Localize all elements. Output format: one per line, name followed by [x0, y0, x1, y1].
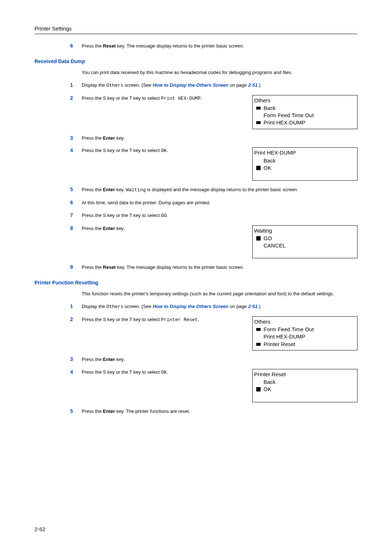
key-name: Enter — [103, 226, 115, 231]
step-number: 9 — [34, 264, 82, 270]
key-name: Enter — [103, 187, 115, 192]
lcd-title: Waiting — [254, 227, 356, 234]
text: key. The message display returns to the … — [116, 43, 244, 49]
text: key. The message display returns to the … — [116, 264, 244, 270]
step-text: Press the S key or the T key to select G… — [82, 212, 358, 219]
status-text: Waiting — [126, 187, 146, 193]
page-reference-link[interactable]: 2-51 — [248, 304, 258, 309]
lcd-item: OK — [264, 164, 271, 172]
section-intro: . This function resets the printer's tem… — [34, 291, 358, 297]
menu-option: GO — [161, 213, 167, 218]
lcd-title: Others — [254, 318, 356, 325]
screen-name: Others — [106, 304, 123, 309]
step-number: 1 — [34, 303, 82, 309]
intro-text: You can print data received by this mach… — [82, 69, 358, 76]
step-text: Press the S key or the T key to select P… — [82, 316, 244, 324]
step-text: Press the Enter key. — [82, 225, 244, 232]
text: Press the S key or the T key to select — [82, 95, 161, 101]
selection-marker-icon — [256, 121, 261, 124]
step-row: 6 Press the Reset key. The message displ… — [34, 43, 358, 50]
key-name: Enter — [103, 135, 115, 141]
step-text: Press the Reset key. The message display… — [82, 43, 358, 50]
lcd-display-print-hexdump: Print HEX-DUMP Back OK — [252, 147, 358, 181]
page-header-title: Printer Settings — [34, 25, 358, 32]
menu-option: OK — [161, 148, 167, 153]
selection-marker-icon — [256, 387, 261, 391]
text: Press the S key or the T key to select — [82, 369, 161, 375]
step-text: Press the Enter key. — [82, 356, 358, 363]
step-row: 6 At this time, send data to the printer… — [34, 200, 358, 206]
text: . — [167, 213, 168, 218]
menu-option: Print HEX-DUMP — [161, 96, 200, 101]
step-row: 1 Display the Others screen. (See How to… — [34, 82, 358, 89]
step-row: 5 Press the Enter key. The printer funct… — [34, 408, 358, 415]
key-name: Reset — [103, 264, 116, 270]
text: key. The printer functions are reset. — [115, 409, 190, 414]
selection-marker-icon — [256, 328, 261, 331]
lcd-item: Back — [264, 104, 275, 112]
lcd-display-waiting: Waiting GO CANCEL — [252, 225, 358, 259]
selection-marker-icon — [256, 236, 261, 241]
step-number: 5 — [34, 186, 82, 192]
text: Display the — [82, 82, 106, 88]
intro-text: This function resets the printer's tempo… — [82, 291, 358, 297]
section-intro: . You can print data received by this ma… — [34, 69, 358, 76]
text: on page — [228, 304, 248, 309]
lcd-item: Printer Reset — [264, 341, 295, 348]
step-text: Press the S key or the T key to select P… — [82, 95, 244, 102]
page-reference-link[interactable]: 2-51 — [248, 82, 258, 88]
text: key. — [115, 187, 126, 192]
step-row: 4 Press the S key or the T key to select… — [34, 147, 358, 181]
menu-option: Printer Reset — [161, 317, 197, 323]
step-number: 8 — [34, 225, 82, 231]
text: .) — [258, 82, 261, 88]
page: Printer Settings 6 Press the Reset key. … — [0, 0, 392, 554]
header-rule — [34, 34, 358, 34]
step-number: 5 — [34, 408, 82, 414]
step-number: 7 — [34, 212, 82, 218]
lcd-item: Print HEX-DUMP — [264, 333, 305, 340]
section-heading-printer-function-resetting: Printer Function Resetting — [34, 280, 358, 286]
step-text: Press the Reset key. The message display… — [82, 264, 358, 271]
step-row: 8 Press the Enter key. Waiting GO CANCEL — [34, 225, 358, 259]
step-number: 4 — [34, 369, 82, 375]
lcd-item: Form Feed Time Out — [264, 112, 314, 119]
step-number: 2 — [34, 316, 82, 322]
selection-marker-icon — [256, 107, 261, 110]
cross-reference-link[interactable]: How to Display the Others Screen — [153, 82, 229, 88]
step-number: 1 — [34, 82, 82, 88]
text: Press the S key or the T key to select — [82, 213, 161, 218]
text: Press the — [82, 135, 103, 141]
text: is displayed and the message display ret… — [146, 187, 298, 192]
lcd-title: Print HEX-DUMP — [254, 149, 356, 156]
text: . — [201, 95, 202, 101]
lcd-item: Back — [264, 157, 275, 164]
section-heading-received-data-dump: Received Data Dump — [34, 58, 358, 64]
text: Press the — [82, 226, 103, 231]
text: on page — [228, 82, 248, 88]
selection-marker-icon — [256, 166, 261, 170]
lcd-item: Form Feed Time Out — [264, 326, 314, 333]
text: key. — [115, 357, 125, 362]
screen-name: Others — [106, 83, 123, 88]
key-name: Enter — [103, 409, 115, 414]
text: key. — [115, 226, 125, 231]
text: . — [167, 369, 168, 375]
step-text: At this time, send data to the printer. … — [82, 200, 358, 206]
lcd-item: OK — [264, 386, 271, 393]
step-row: 2 Press the S key or the T key to select… — [34, 316, 358, 350]
text: Display the — [82, 304, 106, 309]
step-text: Press the Enter key. Waiting is displaye… — [82, 186, 358, 194]
step-text: Press the Enter key. — [82, 135, 358, 142]
text: Press the S key or the T key to select — [82, 317, 161, 322]
step-number: 4 — [34, 147, 82, 153]
step-number: 3 — [34, 356, 82, 362]
lcd-item: GO — [264, 235, 272, 242]
text: screen. (See — [123, 304, 153, 309]
text: Press the S key or the T key to select — [82, 148, 161, 153]
text: Press the — [82, 357, 103, 362]
text: . — [198, 317, 199, 322]
lcd-title: Printer Reset — [254, 371, 356, 378]
cross-reference-link[interactable]: How to Display the Others Screen — [153, 304, 229, 309]
lcd-item: CANCEL — [264, 242, 286, 249]
